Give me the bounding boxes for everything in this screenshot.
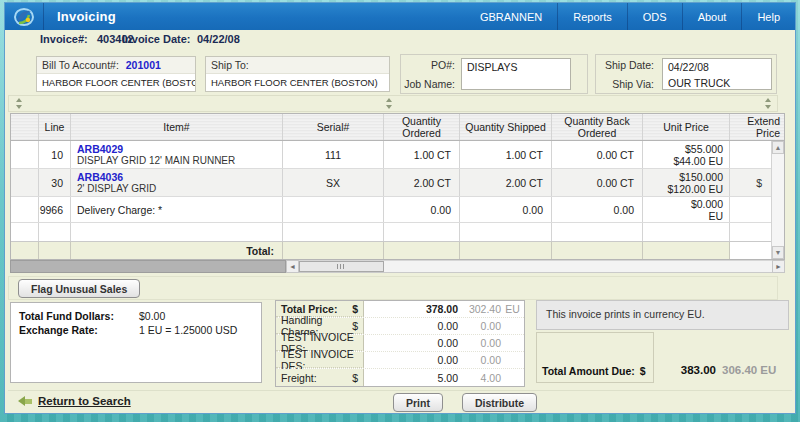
charge-row: TEST INVOICE DES: 0.00 0.00 [276,352,524,369]
scroll-track[interactable] [299,260,772,273]
charge-eu: 0.00 [464,335,501,351]
charge-eu: 302.40 [464,301,501,317]
line-number: 10 [39,141,71,168]
job-name-value[interactable] [462,75,570,91]
ship-to-box: Ship To: HARBOR FLOOR CENTER (BOSTON) [205,56,390,92]
charges-box: Total Price:$ 378.00 302.40 EU Handling … [275,300,525,387]
unit-price-usd: $0.000 [691,198,723,210]
col-header-qty-ordered: Quantity Ordered [384,114,460,140]
line-number: 9966 [39,197,71,222]
qty-back-ordered-value: 0.00 CT [552,169,643,196]
currency-symbol: $ [352,303,358,315]
serial-value: SX [283,169,384,196]
bill-to-box: Bill To Account#: 201001 HARBOR FLOOR CE… [36,56,196,92]
total-due-currency: $ [640,365,646,377]
page-title: Invoicing [57,9,116,24]
header-divider [43,3,44,30]
po-label: PO#: [401,59,459,71]
currency-note: This invoice prints in currency EU. [536,300,789,330]
vertical-scrollbar[interactable]: ▲ ▼ [771,141,784,259]
shipdate-group: Ship Date: Ship Via: 04/22/08 OUR TRUCK [595,54,777,94]
charge-label: TEST INVOICE DES: [281,348,358,372]
print-button[interactable]: Print [393,393,443,412]
charge-eu-suffix [501,318,524,334]
scroll-thumb[interactable] [299,261,384,272]
empty-row [11,223,784,241]
unit-price-usd: $150.000 [679,171,723,183]
invoice-info-bar: Invoice#: 403402 Invoice Date: 04/22/08 [5,30,795,49]
app-header: Invoicing GBRANNEN Reports ODS About Hel… [5,3,795,30]
col-header-qty-back-ordered: Quantity Back Ordered [552,114,643,140]
resize-spinner-icon[interactable] [14,98,23,109]
total-due-usd: 383.00 [656,364,716,376]
resize-spinner-icon[interactable] [384,98,393,109]
ship-via-value[interactable]: OUR TRUCK [663,75,771,91]
total-fund-label: Total Fund Dollars: [19,310,139,322]
menu-item-reports[interactable]: Reports [558,3,627,30]
table-row: 10 ARB4029 DISPLAY GRID 12' MAIN RUNNER … [11,141,784,169]
charge-usd: 0.00 [364,352,464,368]
qty-ordered-value: 0.00 [384,197,460,222]
scroll-left-icon[interactable]: ◄ [286,260,299,273]
scroll-up-icon[interactable]: ▲ [772,141,784,154]
menu-item-user[interactable]: GBRANNEN [465,3,557,30]
resize-spinner-icon[interactable] [763,98,772,109]
item-link[interactable]: ARB4036 [77,171,282,183]
po-jobname-fields[interactable]: DISPLAYS [461,58,571,90]
currency-symbol: $ [352,372,358,384]
col-header-qty-shipped: Quantity Shipped [460,114,552,140]
bill-to-name: HARBOR FLOOR CENTER (BOSTON) [37,74,195,91]
menu-item-help[interactable]: Help [742,3,795,30]
po-jobname-group: PO#: Job Name: DISPLAYS [400,54,588,94]
qty-ordered-value: 2.00 CT [384,169,460,196]
col-header-line: Line [39,114,71,140]
bill-to-account-link[interactable]: 201001 [126,59,161,71]
flag-unusual-sales-button[interactable]: Flag Unusual Sales [18,279,140,298]
item-link[interactable]: ARB4029 [77,143,282,155]
job-name-label: Job Name: [401,78,459,90]
distribute-button[interactable]: Distribute [462,393,537,412]
menu-item-ods[interactable]: ODS [628,3,682,30]
item-desc: Delivery Charge: * [77,204,162,216]
qty-shipped-value: 1.00 CT [460,141,552,168]
unit-price-eu: $44.00 EU [673,155,723,167]
shipdate-fields[interactable]: 04/22/08 OUR TRUCK [662,58,772,90]
col-header-unit-price: Unit Price [643,114,730,140]
total-due-eu: 306.40 EU [722,364,790,376]
thumb-grip-icon [337,264,346,269]
table-header-row: Line Item# Serial# Quantity Ordered Quan… [11,114,784,141]
return-to-search-link[interactable]: Return to Search [18,395,131,407]
horizontal-scrollbar[interactable]: ◄ ► [10,260,785,273]
qty-back-ordered-value: 0.00 [552,197,643,222]
bill-to-label: Bill To Account#: [42,59,119,71]
qty-shipped-value: 0.00 [460,197,552,222]
col-header-serial: Serial# [283,114,384,140]
qty-back-ordered-value: 0.00 CT [552,141,643,168]
total-row: Total: [11,241,784,259]
qty-ordered-value: 1.00 CT [384,141,460,168]
scroll-down-icon[interactable]: ▼ [772,246,784,259]
total-label: Total: [71,242,283,259]
item-desc: DISPLAY GRID 12' MAIN RUNNER [77,155,282,167]
charge-eu-suffix [501,352,524,368]
total-due-box: Total Amount Due:$ [536,332,654,383]
menu-item-about[interactable]: About [683,3,742,30]
unit-price-usd: $55.000 [685,143,723,155]
nav-menu: GBRANNEN Reports ODS About Help [465,3,795,30]
bill-to-label-row: Bill To Account#: 201001 [37,57,195,74]
return-arrow-icon [18,396,32,406]
table-row: 9966 Delivery Charge: * 0.00 0.00 0.00 $… [11,197,784,223]
ship-to-label: Ship To: [206,57,389,74]
charge-eu: 0.00 [464,318,501,334]
ship-to-name: HARBOR FLOOR CENTER (BOSTON) [206,74,389,91]
charge-usd: 378.00 [364,301,464,317]
serial-value: 111 [283,141,384,168]
po-value[interactable]: DISPLAYS [462,59,570,75]
flag-bar: Flag Unusual Sales [8,276,778,300]
scroll-right-icon[interactable]: ► [772,260,785,273]
qty-shipped-value: 2.00 CT [460,169,552,196]
invoice-number-label: Invoice#: [40,33,88,45]
ship-date-value[interactable]: 04/22/08 [663,59,771,75]
charge-usd: 5.00 [364,369,464,386]
total-fund-value: $0.00 [139,310,165,322]
